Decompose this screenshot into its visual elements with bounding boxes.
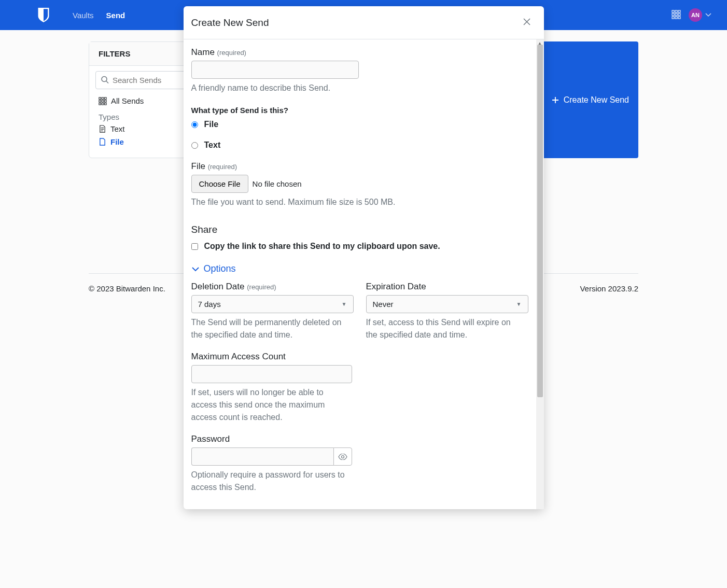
chevron-down-icon [191,266,200,272]
no-file-text: No file chosen [253,179,302,188]
choose-file-button[interactable]: Choose File [191,175,248,193]
scrollbar[interactable]: ▲ [536,39,544,303]
share-heading: Share [191,224,528,235]
caret-icon: ▼ [342,301,347,303]
deletion-value: 7 days [198,300,221,303]
modal-title: Create New Send [191,17,269,29]
name-input[interactable] [191,61,359,79]
file-label: File (required) [191,161,528,172]
expiration-value: Never [373,300,394,303]
name-label: Name (required) [191,47,528,58]
type-file-label: File [204,120,219,129]
type-question: What type of Send is this? [191,106,528,115]
copy-link-checkbox[interactable] [191,243,198,250]
deletion-label: Deletion Date (required) [191,282,354,292]
expiration-label: Expiration Date [366,282,528,292]
type-file-radio[interactable] [191,121,198,128]
caret-icon: ▼ [516,301,522,303]
close-button[interactable] [520,15,534,30]
expiration-select[interactable]: Never ▼ [366,295,528,303]
type-text-radio[interactable] [191,142,198,149]
modal-backdrop: Create New Send Name (required) A friend… [0,0,727,303]
copy-link-label: Copy the link to share this Send to my c… [204,242,440,251]
create-send-modal: Create New Send Name (required) A friend… [184,6,544,303]
scrollbar-thumb[interactable] [537,45,543,303]
close-icon [522,17,532,26]
name-help: A friendly name to describe this Send. [191,82,528,94]
file-help: The file you want to send. Maximum file … [191,196,528,208]
options-label: Options [204,263,236,274]
deletion-select[interactable]: 7 days ▼ [191,295,354,303]
options-toggle[interactable]: Options [191,263,528,274]
type-text-label: Text [204,141,221,150]
